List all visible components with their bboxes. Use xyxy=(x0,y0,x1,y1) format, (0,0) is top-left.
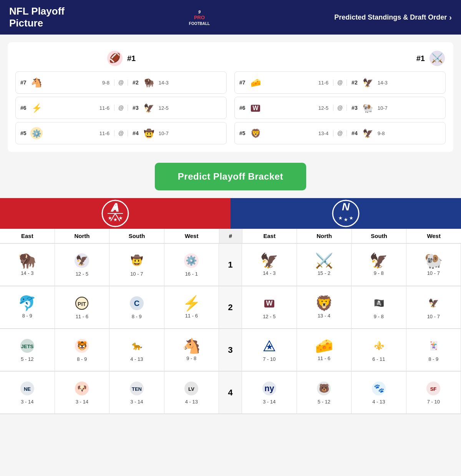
buccaneers-standing-icon: 🏴‍☠️ xyxy=(371,295,387,311)
nfc-m2-home: 10-7 🐏 #3 xyxy=(347,97,445,119)
afc-west-4: LV 4 - 13 xyxy=(164,372,219,414)
svg-text:JETS: JETS xyxy=(21,344,33,349)
nfc-south-4: 🐾 4 - 13 xyxy=(352,372,406,414)
nfc-north-2: 🦁 13 - 4 xyxy=(297,286,352,329)
svg-text:🃏: 🃏 xyxy=(428,340,439,351)
rank-2: 2 xyxy=(219,286,242,329)
svg-text:⚙️: ⚙️ xyxy=(32,129,41,138)
title-line1: NFL Playoff xyxy=(9,5,65,17)
cardinals-standing-icon: 🃏 xyxy=(425,338,441,354)
nfc-east-1: 🦅 14 - 3 xyxy=(242,244,297,286)
svg-text:🐴: 🐴 xyxy=(31,77,42,88)
svg-text:★: ★ xyxy=(108,216,112,220)
svg-text:🤠: 🤠 xyxy=(131,254,143,266)
afc-west-3: 🐴 9 - 8 xyxy=(164,329,219,371)
svg-text:A: A xyxy=(111,201,119,213)
svg-text:TEN: TEN xyxy=(132,386,142,392)
nfc-north-header: North xyxy=(297,229,352,243)
nfc-south-2: 🏴‍☠️ 9 - 8 xyxy=(352,286,406,329)
lions-logo-icon: 🦁 xyxy=(249,126,262,140)
site-logo: 9 PRO FOOTBALL xyxy=(176,6,222,29)
rank-3: 3 xyxy=(219,329,242,371)
nfc-south-1: 🦅 9 - 8 xyxy=(352,244,406,286)
svg-text:9: 9 xyxy=(198,10,201,14)
svg-text:🐾: 🐾 xyxy=(373,383,384,393)
nfc-matchup-1: #7 🧀 11-6 @ 14-3 🦅 #2 xyxy=(234,71,446,94)
afc-north-4: 🐶 3 - 14 xyxy=(55,372,110,414)
nfc-matchups: #7 🧀 11-6 @ 14-3 🦅 #2 #6 xyxy=(234,71,446,144)
svg-text:★: ★ xyxy=(344,217,348,222)
chiefs-standing-icon: ⚙️ xyxy=(183,253,199,269)
raiders-standing-icon: LV xyxy=(183,380,199,397)
svg-text:N: N xyxy=(342,201,350,213)
nfc-east-4: ny 3 - 14 xyxy=(242,372,297,414)
nfc-m1-home: 14-3 🦅 #2 xyxy=(347,72,445,93)
afc-south-header: South xyxy=(109,229,164,243)
afc-m2-away: #6 ⚡ 11-6 xyxy=(16,97,114,119)
nfc-m3-away: #5 🦁 13-4 xyxy=(235,122,333,144)
bills-logo-icon: 🦬 xyxy=(142,76,156,89)
nfc-west-2: 🦅 10 - 7 xyxy=(406,286,461,329)
svg-text:🦅: 🦅 xyxy=(428,298,439,308)
svg-text:★: ★ xyxy=(113,217,118,222)
nfc-bye-seed: #1 xyxy=(416,54,425,63)
svg-text:🦅: 🦅 xyxy=(362,128,373,139)
chiefs-logo-icon: 🏈 xyxy=(106,50,123,67)
afc-matchup-3: #5 ⚙️ 11-6 @ 10-7 🤠 #4 xyxy=(15,122,227,144)
conference-header-row: A A ★ ★ ★ N ★ ★ ★ xyxy=(0,198,461,229)
49ers-standing-icon: SF xyxy=(425,380,441,397)
standings-link[interactable]: Predicted Standings & Draft Order › xyxy=(334,13,452,22)
svg-text:⚔️: ⚔️ xyxy=(431,52,443,63)
rank-4: 4 xyxy=(219,372,242,414)
cowboys-standing-icon: ★ xyxy=(261,338,277,354)
nfc-east-header: East xyxy=(242,229,297,243)
pro-football-logo-icon: 9 PRO FOOTBALL xyxy=(176,6,222,27)
svg-text:⚙️: ⚙️ xyxy=(186,255,197,266)
svg-text:C: C xyxy=(134,299,139,307)
afc-bye-seed: #1 xyxy=(127,54,136,63)
titans-standing-icon: TEN xyxy=(129,380,145,397)
chargers-logo-icon: ⚡ xyxy=(30,101,43,115)
svg-text:🤠: 🤠 xyxy=(143,128,154,139)
nfc-west-header: West xyxy=(406,229,461,243)
nfc-south-3: ⚜️ 6 - 11 xyxy=(352,329,406,371)
svg-text:⚡: ⚡ xyxy=(31,103,42,113)
afc-north-1: 🦅 12 - 5 xyxy=(55,244,110,286)
rams-logo-icon: 🐏 xyxy=(361,101,375,115)
svg-text:🐏: 🐏 xyxy=(362,103,373,113)
afc-bye-team: 🏈 #1 xyxy=(15,50,227,67)
afc-matchup-2: #6 ⚡ 11-6 @ 12-5 🦅 #3 xyxy=(15,97,227,119)
svg-text:🧀: 🧀 xyxy=(250,78,261,88)
nfc-m3-home: 9-8 🦅 #4 xyxy=(347,122,445,144)
page-title: NFL Playoff Picture xyxy=(9,5,65,29)
division-headers-row: East North South West # East North South… xyxy=(0,229,461,244)
svg-text:LV: LV xyxy=(188,386,194,392)
afc-north-3: 🐯 8 - 9 xyxy=(55,329,110,371)
texans-standing-icon: 🤠 xyxy=(129,253,145,269)
svg-text:FOOTBALL: FOOTBALL xyxy=(189,21,210,26)
svg-text:W: W xyxy=(266,299,272,307)
patriots-standing-icon: NE xyxy=(19,380,35,397)
nfc-north-4: 🐻 5 - 12 xyxy=(297,372,352,414)
svg-text:★: ★ xyxy=(338,216,343,220)
svg-text:PIT: PIT xyxy=(78,301,86,307)
nfc-north-3: 🧀 11 - 6 xyxy=(297,329,352,371)
afc-south-4: TEN 3 - 14 xyxy=(109,372,164,414)
commanders-standing-icon: W xyxy=(261,295,277,311)
afc-south-2: C 8 - 9 xyxy=(109,286,164,329)
nfc-north-1: ⚔️ 15 - 2 xyxy=(297,244,352,286)
afc-m2-home: 12-5 🦅 #3 xyxy=(128,97,226,119)
ravens-standing-icon: 🦅 xyxy=(74,253,90,269)
afc-logo-icon: A A ★ ★ ★ xyxy=(101,200,129,227)
predict-playoff-bracket-button[interactable]: Predict Playoff Bracket xyxy=(155,163,306,190)
nfc-matchup-2: #6 W 12-5 @ 10-7 🐏 #3 xyxy=(234,97,446,119)
jets-standing-icon: JETS xyxy=(19,338,35,354)
rank-1: 1 xyxy=(219,244,242,286)
svg-text:★: ★ xyxy=(349,216,353,220)
nfc-south-header: South xyxy=(352,229,407,243)
bears-standing-icon: 🐻 xyxy=(316,380,332,397)
rank-header: # xyxy=(219,229,242,243)
svg-text:🐶: 🐶 xyxy=(77,384,87,393)
texans-logo-icon: 🤠 xyxy=(142,126,156,140)
giants-standing-icon: ny xyxy=(261,380,277,397)
